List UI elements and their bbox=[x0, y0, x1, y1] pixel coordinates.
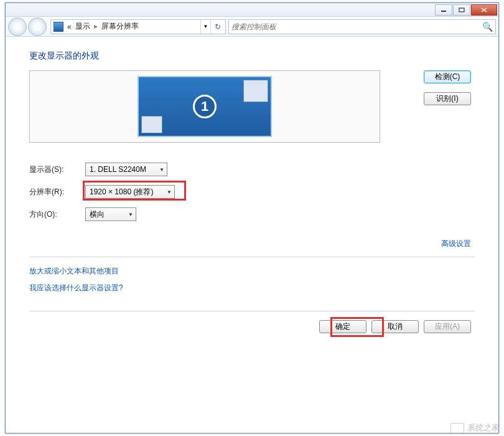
side-buttons: 检测(C) 识别(I) bbox=[424, 70, 475, 105]
breadcrumb: « 显示 ▶ 屏幕分辨率 bbox=[67, 21, 200, 32]
chevron-down-icon: ▼ bbox=[153, 167, 164, 173]
advanced-row: 高级设置 bbox=[29, 239, 475, 249]
refresh-icon: ↻ bbox=[215, 22, 221, 31]
svg-rect-0 bbox=[441, 11, 446, 12]
svg-rect-1 bbox=[459, 8, 464, 12]
titlebar bbox=[6, 3, 498, 17]
search-icon[interactable]: 🔍 bbox=[482, 22, 493, 32]
resize-text-link[interactable]: 放大或缩小文本和其他项目 bbox=[29, 266, 475, 277]
orientation-row: 方向(O): 横向 ▼ bbox=[29, 206, 475, 222]
apply-button[interactable]: 应用(A) bbox=[424, 320, 471, 333]
watermark-text: 系统之家 bbox=[467, 422, 499, 434]
control-panel-icon bbox=[54, 22, 63, 32]
maximize-button[interactable] bbox=[453, 4, 470, 16]
maximize-icon bbox=[459, 7, 465, 12]
cancel-button[interactable]: 取消 bbox=[371, 320, 419, 333]
resolution-label: 分辨率(R): bbox=[29, 187, 85, 197]
mini-window-icon bbox=[243, 80, 268, 102]
divider bbox=[29, 311, 475, 311]
address-bar[interactable]: « 显示 ▶ 屏幕分辨率 ▼ ↻ bbox=[50, 19, 226, 34]
advanced-settings-link[interactable]: 高级设置 bbox=[441, 239, 471, 248]
preview-row: 1 检测(C) 识别(I) bbox=[29, 70, 475, 143]
breadcrumb-prefix: « bbox=[67, 22, 72, 31]
chevron-down-icon: ▼ bbox=[122, 212, 133, 217]
resolution-value: 1920 × 1080 (推荐) bbox=[90, 187, 153, 197]
close-icon bbox=[481, 7, 487, 12]
minimize-button[interactable] bbox=[435, 4, 452, 16]
which-settings-link[interactable]: 我应该选择什么显示器设置? bbox=[29, 283, 475, 293]
chevron-right-icon: ▶ bbox=[94, 24, 98, 29]
watermark: 系统之家 bbox=[450, 422, 499, 434]
help-links: 放大或缩小文本和其他项目 我应该选择什么显示器设置? bbox=[29, 266, 475, 293]
display-row: 显示器(S): 1. DELL S2240M ▼ bbox=[29, 161, 475, 178]
resolution-select[interactable]: 1920 × 1080 (推荐) ▼ bbox=[85, 185, 175, 199]
window: « 显示 ▶ 屏幕分辨率 ▼ ↻ 🔍 更改显示器的外观 1 检测 bbox=[5, 2, 499, 434]
orientation-label: 方向(O): bbox=[29, 209, 85, 220]
back-button[interactable] bbox=[8, 17, 27, 36]
display-number: 1 bbox=[193, 95, 217, 118]
detect-button[interactable]: 检测(C) bbox=[424, 70, 471, 83]
settings-form: 显示器(S): 1. DELL S2240M ▼ 分辨率(R): 1920 × … bbox=[29, 161, 475, 222]
refresh-button[interactable]: ↻ bbox=[210, 20, 224, 34]
display-label: 显示器(S): bbox=[29, 164, 85, 175]
search-bar[interactable]: 🔍 bbox=[228, 19, 496, 34]
display-value: 1. DELL S2240M bbox=[90, 165, 146, 174]
address-dropdown[interactable]: ▼ bbox=[200, 20, 210, 34]
resolution-row: 分辨率(R): 1920 × 1080 (推荐) ▼ bbox=[29, 184, 475, 200]
close-button[interactable] bbox=[471, 4, 497, 16]
page-title: 更改显示器的外观 bbox=[29, 50, 475, 62]
footer-buttons: 确定 取消 应用(A) bbox=[29, 320, 475, 333]
divider bbox=[29, 257, 475, 257]
chevron-down-icon: ▼ bbox=[161, 189, 172, 195]
orientation-value: 横向 bbox=[90, 209, 105, 220]
breadcrumb-item[interactable]: 屏幕分辨率 bbox=[101, 21, 139, 32]
nav-buttons bbox=[8, 17, 44, 36]
toolbar: « 显示 ▶ 屏幕分辨率 ▼ ↻ 🔍 bbox=[6, 17, 498, 37]
ok-button[interactable]: 确定 bbox=[319, 320, 366, 333]
mini-window-icon bbox=[141, 116, 162, 133]
display-select[interactable]: 1. DELL S2240M ▼ bbox=[85, 163, 167, 176]
display-1[interactable]: 1 bbox=[138, 76, 272, 137]
identify-button[interactable]: 识别(I) bbox=[424, 92, 471, 105]
content: 更改显示器的外观 1 检测(C) 识别(I) 显示器(S): 1. DELL S… bbox=[6, 37, 498, 433]
display-preview[interactable]: 1 bbox=[29, 70, 380, 143]
house-icon bbox=[450, 423, 464, 433]
minimize-icon bbox=[441, 7, 447, 12]
forward-button[interactable] bbox=[28, 17, 47, 36]
search-input[interactable] bbox=[231, 22, 482, 31]
chevron-down-icon: ▼ bbox=[203, 24, 208, 29]
breadcrumb-item[interactable]: 显示 bbox=[75, 21, 90, 32]
orientation-select[interactable]: 横向 ▼ bbox=[85, 207, 136, 221]
